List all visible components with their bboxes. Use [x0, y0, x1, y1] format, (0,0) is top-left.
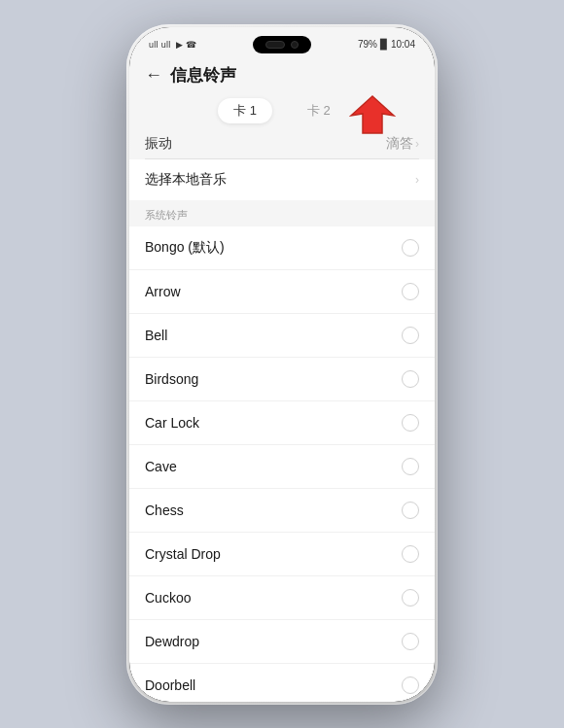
local-music-label: 选择本地音乐	[145, 171, 227, 189]
ringtone-name: Bell	[145, 328, 167, 343]
battery-icon: ▉	[380, 39, 388, 50]
radio-button-carlock[interactable]	[402, 414, 419, 432]
radio-button-dewdrop[interactable]	[402, 633, 419, 650]
phone-inner: ull ull ▶ ☎ 79% ▉ 10:04 ← 信息铃声	[129, 27, 435, 702]
section-header: 系统铃声	[129, 200, 435, 226]
back-button[interactable]: ←	[145, 65, 162, 86]
tab-section: 卡 1 卡 2	[129, 92, 435, 129]
phone-frame: ull ull ▶ ☎ 79% ▉ 10:04 ← 信息铃声	[126, 24, 438, 705]
ringtone-name: Arrow	[145, 284, 181, 299]
ringtone-name: Doorbell	[145, 677, 195, 693]
ringtone-item-carlock[interactable]: Car Lock	[129, 401, 435, 445]
status-bar: ull ull ▶ ☎ 79% ▉ 10:04	[129, 27, 435, 56]
ringtone-name: Cuckoo	[145, 590, 191, 606]
battery-time: 79% ▉ 10:04	[358, 39, 415, 50]
radio-button-crystaldrop[interactable]	[402, 545, 419, 563]
ringtone-item-birdsong[interactable]: Birdsong	[129, 358, 435, 401]
radio-button-cuckoo[interactable]	[402, 589, 419, 607]
tab-card2[interactable]: 卡 2	[292, 98, 346, 123]
radio-button-arrow[interactable]	[402, 283, 419, 300]
ringtone-item-chess[interactable]: Chess	[129, 489, 435, 533]
radio-button-bongo[interactable]	[402, 239, 419, 257]
ringtone-list[interactable]: Bongo (默认) Arrow Bell Birdsong	[129, 226, 435, 702]
ringtone-name: Car Lock	[145, 415, 199, 431]
ringtone-name: Chess	[145, 503, 184, 518]
ringtone-name: Cave	[145, 459, 177, 474]
ringtone-item-dewdrop[interactable]: Dewdrop	[129, 620, 435, 664]
clock: 10:04	[391, 39, 415, 50]
radio-button-bell[interactable]	[402, 327, 419, 344]
ringtone-item-cave[interactable]: Cave	[129, 445, 435, 489]
ringtone-item-crystaldrop[interactable]: Crystal Drop	[129, 533, 435, 576]
camera-lens-tele	[291, 41, 299, 49]
local-music-chevron-icon: ›	[415, 173, 419, 187]
annotation-arrow	[349, 94, 396, 139]
svg-marker-0	[351, 96, 394, 133]
page-title: 信息铃声	[170, 64, 236, 87]
battery-percent: 79%	[358, 39, 377, 50]
radio-button-cave[interactable]	[402, 458, 419, 475]
vibrate-chevron-icon: ›	[415, 137, 419, 151]
ringtone-name: Birdsong	[145, 371, 198, 387]
screen: ull ull ▶ ☎ 79% ▉ 10:04 ← 信息铃声	[129, 27, 435, 702]
ringtone-item-bongo[interactable]: Bongo (默认)	[129, 226, 435, 270]
radio-button-doorbell[interactable]	[402, 676, 419, 694]
radio-button-chess[interactable]	[402, 502, 419, 519]
ringtone-name: Bongo (默认)	[145, 239, 225, 257]
radio-button-birdsong[interactable]	[402, 370, 419, 388]
ringtone-item-doorbell[interactable]: Doorbell	[129, 664, 435, 702]
vibrate-label: 振动	[145, 135, 172, 153]
ringtone-item-cuckoo[interactable]: Cuckoo	[129, 576, 435, 620]
camera-notch	[253, 36, 311, 53]
ringtone-item-bell[interactable]: Bell	[129, 314, 435, 358]
ringtone-item-arrow[interactable]: Arrow	[129, 270, 435, 314]
ringtone-name: Dewdrop	[145, 634, 199, 649]
signal-indicator: ull ull ▶ ☎	[149, 39, 196, 50]
ringtone-name: Crystal Drop	[145, 546, 221, 562]
tab-card1[interactable]: 卡 1	[218, 98, 272, 123]
local-music-row[interactable]: 选择本地音乐 ›	[129, 159, 435, 200]
camera-lens-wide	[265, 41, 285, 49]
page-header: ← 信息铃声	[129, 56, 435, 92]
